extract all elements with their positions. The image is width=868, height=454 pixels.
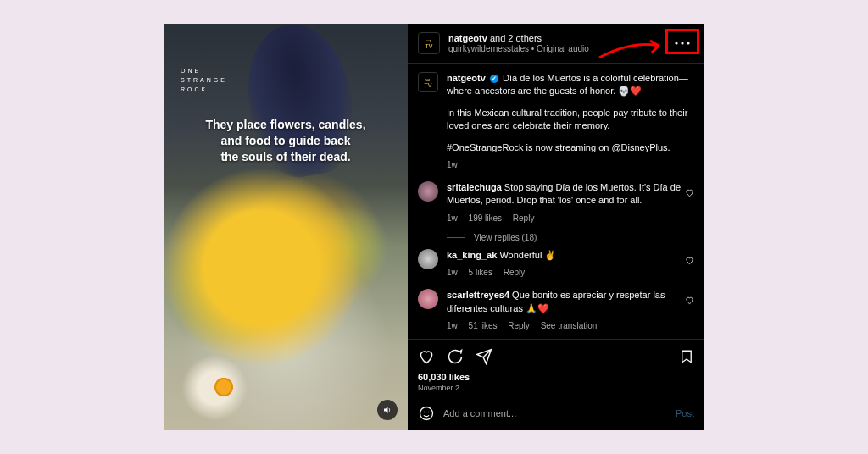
comment-row: sritalechuga Stop saying Día de los Muer… — [408, 176, 704, 230]
share-button[interactable] — [476, 348, 492, 365]
svg-point-3 — [420, 407, 433, 420]
action-bar: 60,030 likes November 2 — [408, 339, 704, 396]
svg-point-2 — [687, 42, 689, 44]
comment-likes[interactable]: 199 likes — [469, 213, 502, 223]
heart-icon — [418, 348, 435, 365]
caption-time: 1w — [447, 160, 458, 169]
emoji-button[interactable] — [418, 405, 435, 422]
like-comment-button[interactable] — [685, 296, 694, 305]
comment-reply[interactable]: Reply — [508, 321, 530, 330]
author-avatar[interactable]: ▭TV — [418, 32, 440, 54]
video-pane[interactable]: ONE STRANGE ROCK They place flowers, can… — [164, 24, 408, 430]
commenter-avatar[interactable] — [418, 181, 438, 202]
dots-icon — [675, 42, 690, 45]
caption-avatar[interactable]: ▭TV — [418, 72, 438, 92]
comment-time: 1w — [447, 321, 458, 330]
comment-row: pablo_stamatio It's not "día de los muer… — [408, 337, 704, 339]
comment-row: ka_king_ak Wonderful ✌️ 1w 5 likes Reply — [408, 244, 704, 284]
others-label[interactable]: and 2 others — [487, 33, 542, 43]
svg-point-5 — [428, 412, 430, 413]
author-username[interactable]: natgeotv — [448, 33, 487, 43]
video-logo: ONE STRANGE ROCK — [181, 66, 227, 95]
comment-reply[interactable]: Reply — [504, 268, 526, 277]
audio-label[interactable]: quirkywildernesstales • Original audio — [448, 44, 670, 53]
speaker-icon — [382, 405, 392, 415]
info-pane: ▭TV natgeotv and 2 others quirkywilderne… — [408, 24, 704, 430]
caption-text-2: In this Mexican cultural tradition, peop… — [447, 107, 694, 133]
verified-badge-icon — [490, 75, 498, 83]
view-replies-button[interactable]: View replies (18) — [447, 233, 704, 242]
bookmark-icon — [679, 348, 694, 365]
like-comment-button[interactable] — [685, 256, 694, 265]
heart-icon — [685, 188, 694, 197]
video-caption: They place flowers, candles, and food to… — [164, 117, 408, 165]
svg-point-1 — [681, 42, 683, 44]
like-comment-button[interactable] — [685, 188, 694, 197]
heart-icon — [685, 256, 694, 265]
likes-count[interactable]: 60,030 likes — [418, 372, 694, 382]
smiley-icon — [419, 406, 434, 421]
commenter-avatar[interactable] — [418, 249, 438, 269]
comment-icon — [447, 348, 464, 365]
comment-likes[interactable]: 51 likes — [469, 321, 498, 330]
send-icon — [476, 348, 492, 365]
post-date: November 2 — [418, 384, 694, 392]
see-translation[interactable]: See translation — [541, 321, 598, 330]
comment-input[interactable] — [443, 408, 667, 418]
comment-time: 1w — [447, 268, 458, 277]
save-button[interactable] — [679, 348, 694, 365]
post-button[interactable]: Post — [676, 408, 694, 418]
audio-toggle[interactable] — [377, 400, 398, 420]
svg-point-0 — [675, 42, 677, 44]
more-options-button[interactable] — [670, 34, 694, 53]
commenter-avatar[interactable] — [418, 289, 438, 309]
heart-icon — [685, 296, 694, 305]
caption-username[interactable]: natgeotv — [447, 73, 486, 83]
like-button[interactable] — [418, 348, 435, 365]
commenter-username[interactable]: sritalechuga — [447, 182, 502, 192]
post-header: ▭TV natgeotv and 2 others quirkywilderne… — [408, 24, 704, 64]
comment-button[interactable] — [447, 348, 464, 365]
comment-time: 1w — [447, 213, 458, 223]
svg-point-4 — [424, 412, 426, 413]
commenter-username[interactable]: ka_king_ak — [447, 250, 497, 260]
caption-text-3: #OneStrangeRock is now streaming on @Dis… — [447, 141, 694, 154]
comments-scroll[interactable]: ▭TV natgeotv Día de los Muertos is a col… — [408, 64, 704, 339]
comment-row: scarlettreyes4 Que bonito es apreciar y … — [408, 284, 704, 337]
comment-box: Post — [408, 396, 704, 430]
post-modal: ONE STRANGE ROCK They place flowers, can… — [164, 24, 704, 430]
comment-likes[interactable]: 5 likes — [469, 268, 492, 277]
commenter-username[interactable]: scarlettreyes4 — [447, 290, 509, 300]
comment-text: Wonderful ✌️ — [497, 250, 556, 260]
comment-reply[interactable]: Reply — [513, 213, 535, 223]
caption-row: ▭TV natgeotv Día de los Muertos is a col… — [408, 67, 704, 176]
